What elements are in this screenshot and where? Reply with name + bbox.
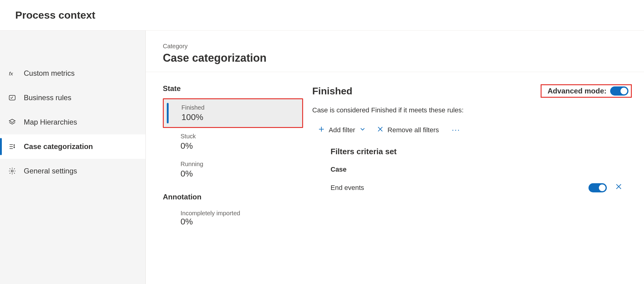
- rule-row-end-events: End events: [331, 183, 632, 193]
- annotation-item-value: 0%: [181, 217, 297, 227]
- detail-description: Case is considered Finished if it meets …: [312, 106, 632, 114]
- x-icon: [615, 183, 623, 191]
- state-item-finished[interactable]: Finished 100%: [163, 98, 303, 128]
- state-item-label: Finished: [181, 104, 296, 111]
- remove-all-filters-button[interactable]: Remove all filters: [377, 126, 439, 135]
- sidebar-item-business-rules[interactable]: Business rules: [0, 86, 145, 110]
- advanced-mode-box: Advanced mode:: [541, 84, 632, 98]
- advanced-mode-toggle[interactable]: [610, 86, 628, 96]
- sidebar-item-label: Business rules: [24, 93, 71, 102]
- annotation-heading: Annotation: [163, 193, 303, 201]
- chevron-down-icon: [359, 126, 366, 135]
- more-actions-button[interactable]: ···: [449, 125, 463, 135]
- page-title: Case categorization: [163, 52, 627, 64]
- hamburger-menu-button[interactable]: [8, 40, 20, 52]
- category-label: Category: [163, 43, 627, 50]
- state-item-value: 0%: [181, 141, 297, 151]
- state-item-label: Stuck: [181, 133, 297, 140]
- sidebar-item-label: Case categorization: [24, 142, 93, 151]
- add-filter-label: Add filter: [329, 126, 355, 134]
- gear-icon: [8, 167, 16, 175]
- sidebar: fx Custom metrics Business rules Map Hie…: [0, 31, 146, 284]
- sidebar-item-label: General settings: [24, 167, 77, 175]
- annotation-item-label: Incompletely imported: [181, 210, 297, 217]
- detail-title: Finished: [312, 86, 352, 97]
- state-item-stuck[interactable]: Stuck 0%: [163, 128, 303, 156]
- page-header-title: Process context: [15, 9, 95, 21]
- state-heading: State: [163, 84, 303, 93]
- sidebar-item-custom-metrics[interactable]: fx Custom metrics: [0, 61, 145, 86]
- criteria-group-label: Case: [331, 166, 632, 173]
- svg-point-9: [11, 170, 13, 172]
- sidebar-item-case-categorization[interactable]: Case categorization: [0, 134, 145, 159]
- app-header: Process context: [0, 0, 644, 31]
- sidebar-item-label: Map Hierarchies: [24, 118, 77, 126]
- rule-toggle-end-events[interactable]: [589, 183, 607, 192]
- svg-text:fx: fx: [9, 71, 13, 77]
- remove-all-label: Remove all filters: [388, 126, 439, 134]
- state-item-label: Running: [181, 161, 297, 168]
- rules-icon: [8, 93, 16, 102]
- state-item-value: 0%: [181, 169, 297, 179]
- rule-label: End events: [331, 184, 364, 192]
- rule-remove-button[interactable]: [615, 183, 623, 193]
- criteria-title: Filters criteria set: [331, 147, 632, 156]
- x-icon: [377, 126, 384, 135]
- state-item-value: 100%: [181, 112, 296, 122]
- add-filter-button[interactable]: Add filter: [318, 126, 366, 135]
- main-panel: Category Case categorization State Finis…: [146, 31, 644, 284]
- categorization-icon: [8, 142, 16, 151]
- advanced-mode-label: Advanced mode:: [548, 87, 606, 95]
- state-item-running[interactable]: Running 0%: [163, 156, 303, 184]
- svg-marker-5: [9, 119, 15, 122]
- fx-icon: fx: [8, 69, 16, 78]
- annotation-item-incompletely-imported[interactable]: Incompletely imported 0%: [163, 207, 303, 230]
- sidebar-item-general-settings[interactable]: General settings: [0, 159, 145, 183]
- hamburger-icon: [8, 40, 20, 52]
- sidebar-item-label: Custom metrics: [24, 69, 75, 78]
- layers-icon: [8, 118, 16, 126]
- plus-icon: [318, 126, 325, 135]
- sidebar-item-map-hierarchies[interactable]: Map Hierarchies: [0, 110, 145, 134]
